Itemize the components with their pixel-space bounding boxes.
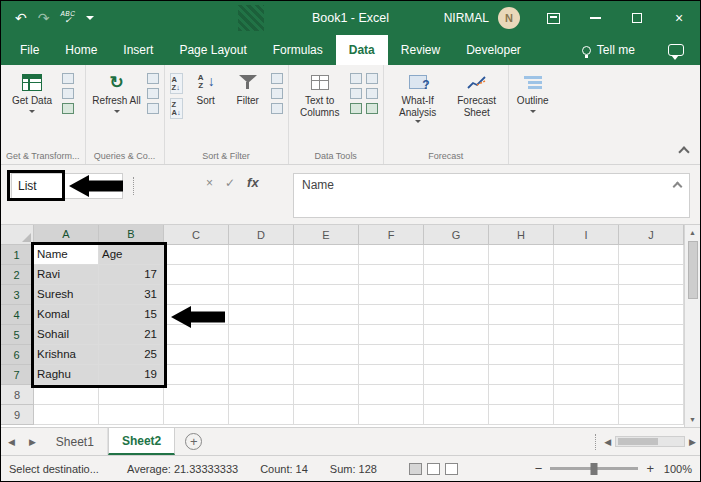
cell-H8[interactable] xyxy=(489,385,554,405)
text-to-columns-button[interactable]: Text to Columns xyxy=(294,70,346,118)
tab-insert[interactable]: Insert xyxy=(110,35,166,65)
properties-icon[interactable] xyxy=(147,88,159,99)
cell-I6[interactable] xyxy=(554,345,619,365)
comment-icon[interactable] xyxy=(668,44,684,56)
row-header-9[interactable]: 9 xyxy=(1,405,34,425)
scroll-up-icon[interactable]: ▲ xyxy=(685,225,700,240)
edit-links-icon[interactable] xyxy=(147,103,159,114)
cell-E6[interactable] xyxy=(294,345,359,365)
cell-I3[interactable] xyxy=(554,285,619,305)
cell-G2[interactable] xyxy=(424,265,489,285)
cell-G5[interactable] xyxy=(424,325,489,345)
cell-E1[interactable] xyxy=(294,245,359,265)
cell-A3[interactable]: Suresh xyxy=(34,285,99,305)
formula-bar-expand-icon[interactable] xyxy=(673,182,683,192)
hscroll-right-icon[interactable]: ▶ xyxy=(689,437,696,447)
cell-A8[interactable] xyxy=(34,385,99,405)
formula-bar-separator[interactable] xyxy=(133,177,134,195)
cell-B3[interactable]: 31 xyxy=(99,285,164,305)
cell-I2[interactable] xyxy=(554,265,619,285)
minimize-button[interactable] xyxy=(574,1,616,35)
sort-button[interactable]: Sort xyxy=(187,70,225,107)
filter-button[interactable]: Filter xyxy=(229,70,267,107)
cell-F8[interactable] xyxy=(359,385,424,405)
zoom-slider-thumb[interactable] xyxy=(591,463,598,475)
cell-C6[interactable] xyxy=(164,345,229,365)
cell-C4[interactable] xyxy=(164,305,229,325)
row-header-7[interactable]: 7 xyxy=(1,365,34,385)
cell-J5[interactable] xyxy=(619,325,684,345)
cell-I8[interactable] xyxy=(554,385,619,405)
cell-A7[interactable]: Raghu xyxy=(34,365,99,385)
relationships-icon[interactable] xyxy=(350,103,362,114)
redo-icon[interactable]: ↷ xyxy=(38,10,50,26)
column-header-j[interactable]: J xyxy=(619,225,684,245)
cell-E8[interactable] xyxy=(294,385,359,405)
cell-J7[interactable] xyxy=(619,365,684,385)
refresh-all-button[interactable]: ↻ Refresh All xyxy=(91,70,143,113)
tab-splitter-icon[interactable] xyxy=(595,434,596,450)
tab-page-layout[interactable]: Page Layout xyxy=(166,35,259,65)
cell-H9[interactable] xyxy=(489,405,554,425)
cancel-icon[interactable]: × xyxy=(206,176,213,190)
cell-E3[interactable] xyxy=(294,285,359,305)
cell-B9[interactable] xyxy=(99,405,164,425)
cell-E7[interactable] xyxy=(294,365,359,385)
cell-B7[interactable]: 19 xyxy=(99,365,164,385)
cell-E2[interactable] xyxy=(294,265,359,285)
cell-C7[interactable] xyxy=(164,365,229,385)
cell-H6[interactable] xyxy=(489,345,554,365)
cell-I7[interactable] xyxy=(554,365,619,385)
cell-D9[interactable] xyxy=(229,405,294,425)
tell-me[interactable]: Tell me xyxy=(582,35,635,65)
advanced-filter-icon[interactable] xyxy=(271,103,283,114)
hscroll-left-icon[interactable]: ◀ xyxy=(604,437,611,447)
tab-formulas[interactable]: Formulas xyxy=(260,35,336,65)
zoom-in-button[interactable]: + xyxy=(646,461,654,476)
what-if-analysis-button[interactable]: What-If Analysis xyxy=(389,70,447,123)
cell-F4[interactable] xyxy=(359,305,424,325)
cell-C2[interactable] xyxy=(164,265,229,285)
outline-button[interactable]: Outline xyxy=(514,70,552,113)
cell-F7[interactable] xyxy=(359,365,424,385)
cell-J6[interactable] xyxy=(619,345,684,365)
insert-function-icon[interactable]: fx xyxy=(247,175,259,190)
cell-D8[interactable] xyxy=(229,385,294,405)
sheet-nav-left-icon[interactable]: ◀ xyxy=(1,428,22,455)
cell-A4[interactable]: Komal xyxy=(34,305,99,325)
name-box-caret-icon[interactable] xyxy=(110,185,116,188)
cell-G9[interactable] xyxy=(424,405,489,425)
cell-C5[interactable] xyxy=(164,325,229,345)
flash-fill-icon[interactable] xyxy=(350,73,362,84)
cell-E9[interactable] xyxy=(294,405,359,425)
clear-filter-icon[interactable] xyxy=(271,73,283,84)
manage-data-model-icon[interactable] xyxy=(366,103,378,114)
forecast-sheet-button[interactable]: Forecast Sheet xyxy=(451,70,503,118)
cell-J2[interactable] xyxy=(619,265,684,285)
data-validation-icon[interactable] xyxy=(350,88,362,99)
cell-C8[interactable] xyxy=(164,385,229,405)
cell-A2[interactable]: Ravi xyxy=(34,265,99,285)
vertical-scroll-thumb[interactable] xyxy=(688,241,698,299)
cell-F5[interactable] xyxy=(359,325,424,345)
tab-review[interactable]: Review xyxy=(388,35,453,65)
cell-D1[interactable] xyxy=(229,245,294,265)
queries-connections-icon[interactable] xyxy=(147,73,159,84)
cell-G8[interactable] xyxy=(424,385,489,405)
cell-H4[interactable] xyxy=(489,305,554,325)
status-sum[interactable]: Sum: 128 xyxy=(330,463,377,475)
tab-data[interactable]: Data xyxy=(336,35,388,65)
cell-J3[interactable] xyxy=(619,285,684,305)
page-break-view-icon[interactable] xyxy=(445,463,458,475)
cell-B6[interactable]: 25 xyxy=(99,345,164,365)
from-source-icon[interactable] xyxy=(62,73,74,84)
sheet-nav-right-icon[interactable]: ▶ xyxy=(22,428,43,455)
cell-H2[interactable] xyxy=(489,265,554,285)
cell-F2[interactable] xyxy=(359,265,424,285)
row-header-2[interactable]: 2 xyxy=(1,265,34,285)
ribbon-display-options-button[interactable] xyxy=(532,1,574,35)
name-box[interactable]: List xyxy=(11,173,123,199)
cell-F6[interactable] xyxy=(359,345,424,365)
cell-B1[interactable]: Age xyxy=(99,245,164,265)
new-sheet-button[interactable]: + xyxy=(185,433,202,450)
